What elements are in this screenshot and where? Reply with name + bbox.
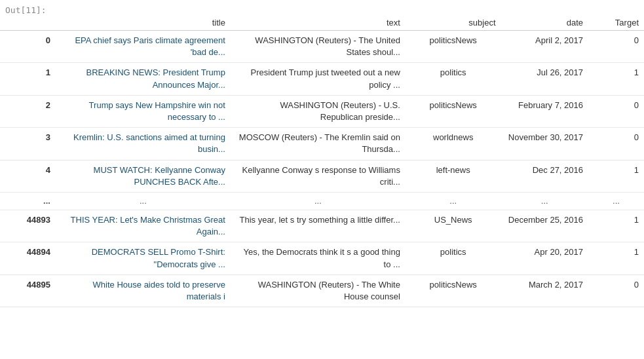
output-label: Out[11]: [0,0,644,15]
col-header-target: Target [588,15,644,31]
table-cell-index: 2 [0,95,56,127]
table-cell-date: March 2, 2017 [501,274,588,307]
table-cell-subject: left-news [406,160,501,192]
col-header-subject: subject [406,15,501,31]
table-cell-text: WASHINGTON (Reuters) - U.S. Republican p… [231,95,406,127]
table-cell-subject: politicsNews [406,95,501,127]
table-row: 4MUST WATCH: Kellyanne Conway PUNCHES BA… [0,160,644,192]
table-row: 3Kremlin: U.S. sanctions aimed at turnin… [0,128,644,160]
ellipsis-cell: ... [588,192,644,210]
table-cell-title: White House aides told to preserve mater… [56,274,231,307]
table-row: 44895White House aides told to preserve … [0,274,644,307]
table-row: 2Trump says New Hampshire win not necess… [0,95,644,127]
table-cell-index: 4 [0,160,56,192]
table-cell-title: MUST WATCH: Kellyanne Conway PUNCHES BAC… [56,160,231,192]
table-row: 44893THIS YEAR: Let's Make Christmas Gre… [0,210,644,242]
table-cell-target: 1 [588,210,644,242]
table-cell-title: BREAKING NEWS: President Trump Announces… [56,63,231,95]
table-cell-index: 0 [0,31,56,63]
table-cell-target: 1 [588,242,644,274]
table-cell-date: February 7, 2016 [501,95,588,127]
table-row: 44894DEMOCRATS SELL Promo T-Shirt: "Demo… [0,242,644,274]
table-cell-date: April 2, 2017 [501,31,588,63]
table-cell-title: DEMOCRATS SELL Promo T-Shirt: "Democrats… [56,242,231,274]
table-cell-subject: politics [406,242,501,274]
table-body: 0EPA chief says Paris climate agreement … [0,31,644,307]
table-cell-text: MOSCOW (Reuters) - The Kremlin said on T… [231,128,406,160]
table-cell-title: Trump says New Hampshire win not necessa… [56,95,231,127]
table-cell-date: Dec 27, 2016 [501,160,588,192]
table-cell-date: December 25, 2016 [501,210,588,242]
table-cell-index: 44893 [0,210,56,242]
col-header-text: text [231,15,406,31]
table-cell-index: 3 [0,128,56,160]
table-cell-title: EPA chief says Paris climate agreement '… [56,31,231,63]
table-cell-text: WASHINGTON (Reuters) - The United States… [231,31,406,63]
table-cell-index: 1 [0,63,56,95]
col-header-date: date [501,15,588,31]
table-cell-text: President Trump just tweeted out a new p… [231,63,406,95]
table-cell-date: Jul 26, 2017 [501,63,588,95]
table-cell-index: 44894 [0,242,56,274]
table-row: 1BREAKING NEWS: President Trump Announce… [0,63,644,95]
table-cell-subject: politics [406,63,501,95]
table-cell-target: 0 [588,274,644,307]
table-cell-target: 0 [588,128,644,160]
ellipsis-row: .................. [0,192,644,210]
table-cell-text: WASHINGTON (Reuters) - The White House c… [231,274,406,307]
col-header-index [0,15,56,31]
col-header-title: title [56,15,231,31]
ellipsis-cell: ... [406,192,501,210]
table-header-row: title text subject date Target [0,15,644,31]
table-cell-target: 1 [588,160,644,192]
table-cell-subject: politicsNews [406,31,501,63]
ellipsis-cell: ... [501,192,588,210]
table-cell-subject: worldnews [406,128,501,160]
table-cell-subject: politicsNews [406,274,501,307]
table-cell-date: Apr 20, 2017 [501,242,588,274]
table-cell-text: Kellyanne Conway s response to Williams … [231,160,406,192]
table-cell-title: THIS YEAR: Let's Make Christmas Great Ag… [56,210,231,242]
table-cell-title: Kremlin: U.S. sanctions aimed at turning… [56,128,231,160]
table-cell-target: 0 [588,31,644,63]
table-cell-index: 44895 [0,274,56,307]
data-table: title text subject date Target 0EPA chie… [0,15,644,307]
table-cell-date: November 30, 2017 [501,128,588,160]
ellipsis-cell: ... [0,192,56,210]
ellipsis-cell: ... [231,192,406,210]
table-cell-target: 1 [588,63,644,95]
table-cell-subject: US_News [406,210,501,242]
table-cell-text: This year, let s try something a little … [231,210,406,242]
table-cell-text: Yes, the Democrats think it s a good thi… [231,242,406,274]
table-cell-target: 0 [588,95,644,127]
ellipsis-cell: ... [56,192,231,210]
table-row: 0EPA chief says Paris climate agreement … [0,31,644,63]
